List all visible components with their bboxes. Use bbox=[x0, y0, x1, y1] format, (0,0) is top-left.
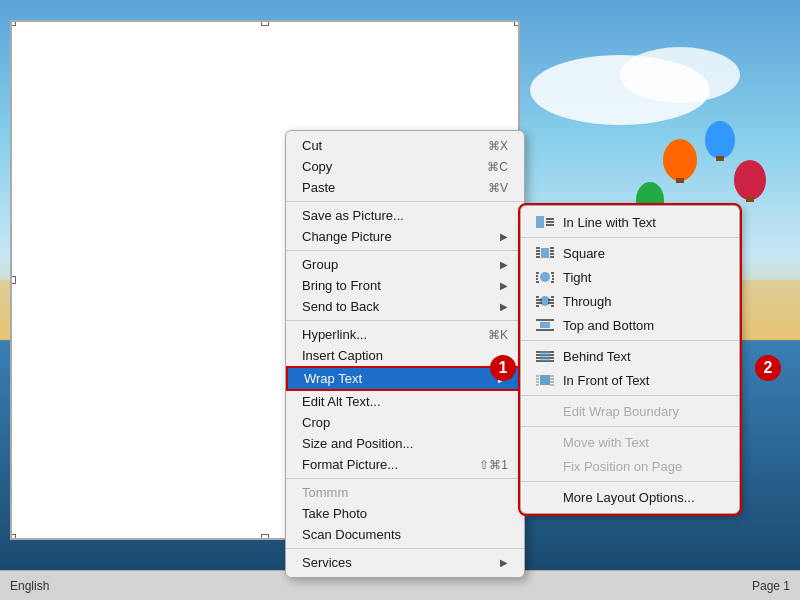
status-language: English bbox=[10, 579, 49, 593]
menu-item-paste-label: Paste bbox=[302, 180, 468, 195]
menu-item-save-as-picture-label: Save as Picture... bbox=[302, 208, 508, 223]
menu-item-bring-to-front[interactable]: Bring to Front ▶ bbox=[286, 275, 524, 296]
menu-item-paste-shortcut: ⌘V bbox=[488, 181, 508, 195]
submenu-item-edit-wrap-boundary-label: Edit Wrap Boundary bbox=[563, 404, 679, 419]
submenu-item-inline-label: In Line with Text bbox=[563, 215, 656, 230]
separator-4 bbox=[286, 478, 524, 479]
menu-item-group[interactable]: Group ▶ bbox=[286, 254, 524, 275]
menu-item-tommm: Tommm bbox=[286, 482, 524, 503]
menu-item-edit-alt-text-label: Edit Alt Text... bbox=[302, 394, 508, 409]
submenu-item-tight[interactable]: Tight bbox=[521, 265, 739, 289]
menu-item-change-picture-arrow: ▶ bbox=[500, 231, 508, 242]
svg-point-60 bbox=[540, 272, 550, 282]
menu-item-hyperlink-label: Hyperlink... bbox=[302, 327, 468, 342]
submenu-item-top-and-bottom[interactable]: Top and Bottom bbox=[521, 313, 739, 337]
svg-rect-78 bbox=[540, 322, 550, 328]
wrap-icon-behind bbox=[535, 348, 555, 364]
wrap-icon-more-layout bbox=[535, 489, 555, 505]
submenu-item-in-front-of-text-label: In Front of Text bbox=[563, 373, 649, 388]
status-bar-right: Page 1 bbox=[752, 579, 790, 593]
menu-item-copy-shortcut: ⌘C bbox=[487, 160, 508, 174]
separator-1 bbox=[286, 201, 524, 202]
menu-item-services-label: Services bbox=[302, 555, 490, 570]
submenu-item-more-layout-options[interactable]: More Layout Options... bbox=[521, 485, 739, 509]
menu-item-scan-documents-label: Scan Documents bbox=[302, 527, 508, 542]
menu-item-edit-alt-text[interactable]: Edit Alt Text... bbox=[286, 391, 524, 412]
svg-rect-34 bbox=[676, 178, 684, 183]
menu-item-group-label: Group bbox=[302, 257, 490, 272]
submenu-item-square-label: Square bbox=[563, 246, 605, 261]
menu-item-send-to-back[interactable]: Send to Back ▶ bbox=[286, 296, 524, 317]
menu-item-insert-caption-label: Insert Caption bbox=[302, 348, 508, 363]
submenu-item-more-layout-options-label: More Layout Options... bbox=[563, 490, 695, 505]
wrap-icon-front bbox=[535, 372, 555, 388]
menu-item-hyperlink-shortcut: ⌘K bbox=[488, 328, 508, 342]
menu-item-change-picture[interactable]: Change Picture ▶ bbox=[286, 226, 524, 247]
separator-sub-1 bbox=[521, 237, 739, 238]
menu-item-crop[interactable]: Crop bbox=[286, 412, 524, 433]
wrap-icon-edit-boundary bbox=[535, 403, 555, 419]
separator-sub-4 bbox=[521, 426, 739, 427]
separator-sub-2 bbox=[521, 340, 739, 341]
submenu-item-behind-text[interactable]: Behind Text bbox=[521, 344, 739, 368]
menu-item-services[interactable]: Services ▶ bbox=[286, 552, 524, 573]
menu-item-services-arrow: ▶ bbox=[500, 557, 508, 568]
selection-handle-ml bbox=[10, 276, 16, 284]
svg-rect-47 bbox=[536, 216, 544, 228]
menu-item-take-photo-label: Take Photo bbox=[302, 506, 508, 521]
svg-point-69 bbox=[540, 296, 550, 306]
menu-item-crop-label: Crop bbox=[302, 415, 508, 430]
status-page-info: Page 1 bbox=[752, 579, 790, 593]
menu-item-save-as-picture[interactable]: Save as Picture... bbox=[286, 205, 524, 226]
menu-item-hyperlink[interactable]: Hyperlink... ⌘K bbox=[286, 324, 524, 345]
badge-1: 1 bbox=[490, 355, 516, 381]
menu-item-cut-shortcut: ⌘X bbox=[488, 139, 508, 153]
menu-item-copy-label: Copy bbox=[302, 159, 467, 174]
selection-handle-tm bbox=[261, 20, 269, 26]
wrap-icon-through bbox=[535, 293, 555, 309]
menu-item-insert-caption[interactable]: Insert Caption bbox=[286, 345, 524, 366]
selection-handle-tr bbox=[514, 20, 520, 26]
menu-item-wrap-text-label: Wrap Text bbox=[304, 371, 488, 386]
menu-item-take-photo[interactable]: Take Photo bbox=[286, 503, 524, 524]
svg-point-35 bbox=[705, 121, 735, 159]
menu-item-bring-to-front-label: Bring to Front bbox=[302, 278, 490, 293]
submenu-item-through[interactable]: Through bbox=[521, 289, 739, 313]
svg-point-37 bbox=[734, 160, 766, 200]
menu-item-copy[interactable]: Copy ⌘C bbox=[286, 156, 524, 177]
menu-item-scan-documents[interactable]: Scan Documents bbox=[286, 524, 524, 545]
separator-5 bbox=[286, 548, 524, 549]
wrap-icon-fix-position bbox=[535, 458, 555, 474]
wrap-icon-move-with-text bbox=[535, 434, 555, 450]
selection-handle-tl bbox=[10, 20, 16, 26]
context-menu-wrap-text: In Line with Text Square bbox=[520, 205, 740, 514]
submenu-item-fix-position: Fix Position on Page bbox=[521, 454, 739, 478]
menu-item-paste[interactable]: Paste ⌘V bbox=[286, 177, 524, 198]
submenu-item-square[interactable]: Square bbox=[521, 241, 739, 265]
menu-item-bring-to-front-arrow: ▶ bbox=[500, 280, 508, 291]
separator-3 bbox=[286, 320, 524, 321]
menu-item-send-to-back-arrow: ▶ bbox=[500, 301, 508, 312]
menu-item-cut[interactable]: Cut ⌘X bbox=[286, 135, 524, 156]
selection-handle-bl bbox=[10, 534, 16, 540]
submenu-item-through-label: Through bbox=[563, 294, 611, 309]
menu-item-group-arrow: ▶ bbox=[500, 259, 508, 270]
wrap-icon-inline bbox=[535, 214, 555, 230]
menu-item-size-and-position-label: Size and Position... bbox=[302, 436, 508, 451]
submenu-item-edit-wrap-boundary: Edit Wrap Boundary bbox=[521, 399, 739, 423]
menu-item-format-picture[interactable]: Format Picture... ⇧⌘1 bbox=[286, 454, 524, 475]
svg-rect-94 bbox=[540, 375, 550, 385]
menu-item-size-and-position[interactable]: Size and Position... bbox=[286, 433, 524, 454]
submenu-item-inline[interactable]: In Line with Text bbox=[521, 210, 739, 234]
menu-item-format-picture-shortcut: ⇧⌘1 bbox=[479, 458, 508, 472]
menu-item-wrap-text[interactable]: Wrap Text ▶ bbox=[286, 366, 524, 391]
menu-item-send-to-back-label: Send to Back bbox=[302, 299, 490, 314]
submenu-item-in-front-of-text[interactable]: In Front of Text bbox=[521, 368, 739, 392]
submenu-item-fix-position-label: Fix Position on Page bbox=[563, 459, 682, 474]
svg-point-7 bbox=[620, 47, 740, 103]
submenu-item-tight-label: Tight bbox=[563, 270, 591, 285]
badge-2-label: 2 bbox=[764, 359, 773, 377]
separator-2 bbox=[286, 250, 524, 251]
separator-sub-5 bbox=[521, 481, 739, 482]
svg-rect-36 bbox=[716, 156, 724, 161]
